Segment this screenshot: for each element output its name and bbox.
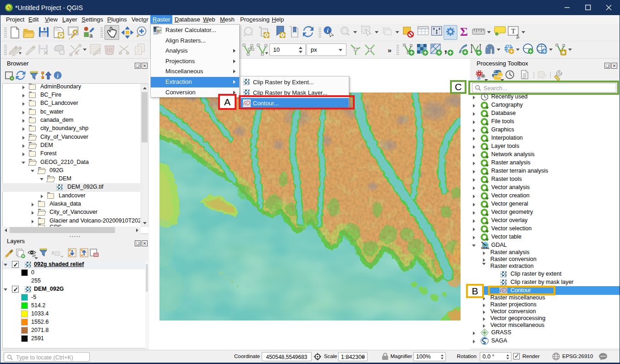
svg-text:ε: ε [52,249,55,256]
svg-text:T: T [511,27,515,35]
svg-text:»: » [388,46,391,54]
svg-text:a: a [89,32,93,39]
svg-text:i: i [327,27,329,34]
svg-text:Σ: Σ [460,25,468,38]
svg-text:,: , [444,41,447,55]
